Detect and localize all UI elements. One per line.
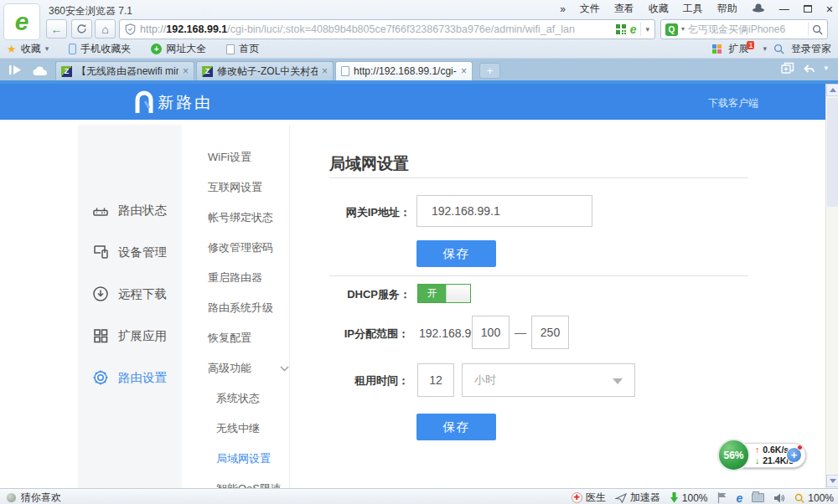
sidebar-item-router-status[interactable]: 路由状态 bbox=[92, 202, 167, 219]
browser-doctor-button[interactable]: ✚ 医生 bbox=[572, 491, 606, 504]
scroll-up-button[interactable] bbox=[826, 84, 838, 96]
site-directory-icon: + bbox=[151, 44, 162, 54]
extensions-chevron-icon[interactable]: ▾ bbox=[763, 45, 767, 53]
menu-file[interactable]: 文件 bbox=[580, 2, 600, 16]
extensions-label: 扩展 bbox=[728, 43, 748, 54]
tab-goto-icon[interactable] bbox=[8, 64, 23, 79]
tab-close-icon[interactable]: × bbox=[322, 66, 328, 76]
sidebar-item-router-settings[interactable]: 路由设置 bbox=[92, 369, 167, 386]
search-engine-chevron-icon[interactable]: ▾ bbox=[681, 26, 685, 33]
shield-icon bbox=[125, 23, 136, 35]
back-button[interactable]: ← bbox=[46, 19, 67, 39]
ip-range-end-input[interactable] bbox=[531, 316, 569, 349]
new-window-icon[interactable] bbox=[781, 62, 795, 75]
extensions-button[interactable]: 扩展1 bbox=[728, 42, 756, 56]
upload-arrow-icon: ↑ bbox=[755, 445, 759, 455]
bookmark-label: 网址大全 bbox=[166, 42, 206, 56]
doctor-label: 医生 bbox=[586, 491, 606, 504]
url-text[interactable]: http://192.168.99.1/cgi-bin/luci/;stok=4… bbox=[140, 23, 612, 35]
ip-range-start-input[interactable] bbox=[472, 316, 510, 349]
submenu-change-admin-password[interactable]: 修改管理密码 bbox=[208, 240, 273, 255]
speaker-icon[interactable] bbox=[773, 493, 785, 503]
home-button[interactable]: ⌂ bbox=[95, 19, 116, 39]
qr-code-icon[interactable] bbox=[616, 24, 626, 34]
sidebar-item-extended-apps[interactable]: 扩展应用 bbox=[92, 327, 167, 344]
favorites-label: 收藏 bbox=[21, 42, 41, 56]
search-engine-icon[interactable]: Q bbox=[665, 23, 678, 36]
skin-hat-icon[interactable] bbox=[752, 3, 765, 15]
tab-close-icon[interactable]: × bbox=[183, 66, 189, 76]
refresh-button[interactable] bbox=[71, 19, 92, 39]
tab-zol-edit-post[interactable]: Z 修改帖子-ZOL中关村在线 × bbox=[196, 61, 334, 80]
page-zoom-control[interactable]: 100% bbox=[794, 492, 834, 504]
menu-tools[interactable]: 工具 bbox=[683, 2, 703, 16]
browser-logo-button[interactable]: e bbox=[3, 3, 40, 40]
sidebar-item-remote-download[interactable]: 远程下载 bbox=[92, 285, 167, 302]
menu-help[interactable]: 帮助 bbox=[717, 2, 737, 16]
search-magnifier-icon[interactable] bbox=[812, 24, 823, 35]
url-host: 192.168.99.1 bbox=[166, 23, 227, 35]
submenu-restore-config[interactable]: 恢复配置 bbox=[208, 331, 251, 346]
submenu-account-binding[interactable]: 帐号绑定状态 bbox=[208, 210, 273, 225]
lease-time-label: 租用时间： bbox=[307, 373, 409, 388]
restore-tab-arrow-icon[interactable] bbox=[803, 64, 816, 74]
dhcp-toggle[interactable]: 开 bbox=[417, 284, 471, 303]
download-client-link[interactable]: 下载客户端 bbox=[708, 96, 758, 111]
favorites-menu[interactable]: ★ 收藏 ▾ bbox=[7, 42, 49, 56]
browser-mode-icon[interactable]: e bbox=[630, 23, 637, 35]
menu-favorites[interactable]: 收藏 bbox=[649, 2, 669, 16]
ie-compat-icon[interactable]: e bbox=[737, 492, 743, 504]
minimize-button[interactable]: — bbox=[779, 3, 789, 15]
scroll-down-button[interactable] bbox=[826, 475, 838, 487]
refresh-icon bbox=[76, 23, 87, 34]
search-box[interactable]: Q ▾ 乞丐现金买俩iPhone6 bbox=[660, 19, 828, 39]
submenu-advanced-features[interactable]: 高级功能 bbox=[208, 361, 289, 376]
menu-overflow-chevron[interactable]: » bbox=[560, 3, 566, 15]
search-suggestion-text[interactable]: 乞丐现金买俩iPhone6 bbox=[688, 23, 804, 37]
zol-favicon: Z bbox=[202, 66, 213, 77]
bookmarks-bar: ★ 收藏 ▾ 手机收藏夹 + 网址大全 首页 bbox=[7, 42, 259, 56]
address-dropdown-chevron-icon[interactable]: ▾ bbox=[645, 26, 649, 33]
tab-router-admin[interactable]: http://192.168.99.1/cgi-bi × bbox=[335, 61, 473, 80]
download-arrow-icon: ↓ bbox=[755, 455, 759, 465]
maximize-button[interactable] bbox=[804, 5, 812, 13]
save-dhcp-button[interactable]: 保存 bbox=[416, 414, 496, 440]
menu-view[interactable]: 查看 bbox=[614, 2, 634, 16]
new-tab-button[interactable]: + bbox=[479, 63, 500, 79]
address-bar[interactable]: http://192.168.99.1/cgi-bin/luci/;stok=4… bbox=[119, 19, 655, 39]
submenu-lan-settings[interactable]: 局域网设置 bbox=[216, 451, 271, 466]
flag-icon[interactable] bbox=[717, 492, 727, 503]
scrollbar-thumb[interactable] bbox=[827, 98, 838, 207]
close-button[interactable]: × bbox=[826, 3, 833, 16]
submenu-reboot-router[interactable]: 重启路由器 bbox=[208, 270, 262, 285]
submenu-firmware-upgrade[interactable]: 路由系统升级 bbox=[208, 301, 273, 316]
bookmark-mobile-favorites[interactable]: 手机收藏夹 bbox=[69, 42, 131, 56]
extensions-grid-icon[interactable] bbox=[712, 44, 722, 54]
speed-percent-ball[interactable]: 56% bbox=[717, 439, 750, 471]
submenu-wireless-relay[interactable]: 无线中继 bbox=[216, 421, 260, 436]
tab-close-icon[interactable]: × bbox=[461, 66, 467, 76]
home-icon: ⌂ bbox=[101, 23, 108, 36]
sidebar-item-device-management[interactable]: 设备管理 bbox=[92, 244, 167, 260]
submenu-system-status[interactable]: 系统状态 bbox=[216, 391, 260, 406]
accelerator-rocket-icon bbox=[615, 493, 627, 503]
vertical-scrollbar[interactable] bbox=[825, 84, 838, 488]
gateway-ip-input[interactable] bbox=[416, 195, 592, 227]
cloud-sync-icon[interactable] bbox=[32, 64, 49, 80]
network-speed-indicator[interactable]: 100% bbox=[670, 492, 708, 504]
lease-unit-select[interactable]: 小时 bbox=[462, 363, 635, 397]
sidebar-item-label: 扩展应用 bbox=[118, 328, 167, 344]
downloads-folder-icon[interactable] bbox=[752, 493, 764, 502]
submenu-wifi-settings[interactable]: WiFi设置 bbox=[208, 150, 251, 165]
bookmark-site-directory[interactable]: + 网址大全 bbox=[151, 42, 206, 56]
lease-time-input[interactable] bbox=[417, 363, 454, 397]
guess-you-like[interactable]: 猜你喜欢 bbox=[7, 491, 61, 504]
accelerator-button[interactable]: 加速器 bbox=[615, 491, 660, 504]
login-manager-button[interactable]: 登录管家 bbox=[791, 42, 831, 56]
submenu-smart-qos[interactable]: 智能QoS限速 bbox=[216, 481, 282, 488]
bookmark-homepage[interactable]: 首页 bbox=[226, 42, 259, 56]
tab-newifi-forum[interactable]: Z 【无线路由器newifi mini论坛 × bbox=[55, 61, 194, 80]
tab-list-chevron-icon[interactable]: ▾ bbox=[824, 64, 828, 72]
submenu-internet-settings[interactable]: 互联网设置 bbox=[208, 180, 262, 195]
save-gateway-button[interactable]: 保存 bbox=[416, 240, 496, 267]
